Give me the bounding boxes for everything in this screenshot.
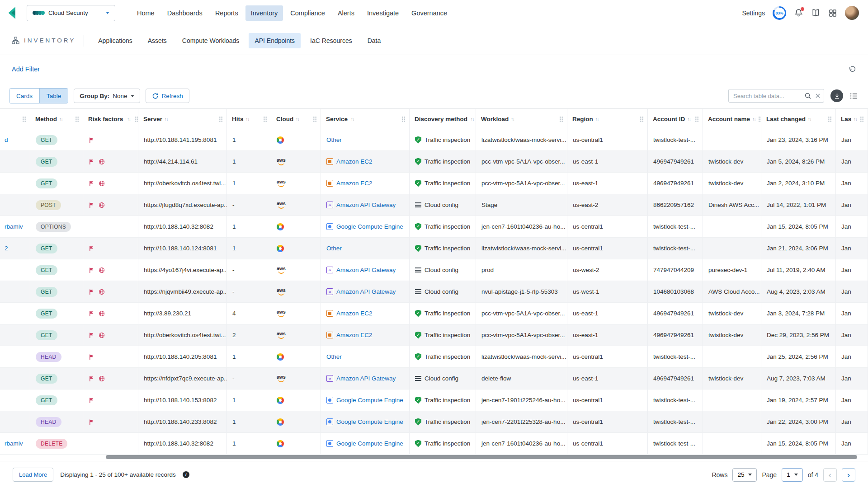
endpoint-path-link[interactable]: rbamlv	[5, 223, 23, 230]
table-row[interactable]: d GET	[0, 129, 868, 151]
sort-icon[interactable]	[296, 117, 299, 122]
reset-filters-icon[interactable]	[849, 66, 856, 73]
risk-internet-exposed-globe-icon[interactable]	[99, 310, 105, 317]
sort-icon[interactable]	[246, 117, 250, 122]
table-row[interactable]: 2 GET	[0, 238, 868, 259]
security-score-ring[interactable]: 83%	[773, 6, 786, 20]
service-link[interactable]: Google Compute Engine	[336, 397, 403, 404]
table-row[interactable]: rbamlv DELETE	[0, 433, 868, 455]
risk-unprotected-flag-icon[interactable]	[89, 159, 94, 165]
col-last-changed[interactable]: Last changed	[761, 109, 836, 129]
col-account-id[interactable]: Account ID	[648, 109, 703, 129]
info-icon[interactable]	[183, 471, 189, 478]
risk-unprotected-flag-icon[interactable]	[89, 354, 94, 360]
service-link[interactable]: Google Compute Engine	[336, 223, 403, 230]
docs-book-icon[interactable]	[811, 8, 821, 18]
drag-handle-icon[interactable]	[75, 116, 79, 122]
risk-unprotected-flag-icon[interactable]	[89, 332, 94, 338]
sort-icon[interactable]	[127, 117, 131, 122]
sort-icon[interactable]	[595, 117, 599, 122]
nav-dashboards[interactable]: Dashboards	[162, 5, 208, 21]
tab-assets[interactable]: Assets	[142, 33, 173, 48]
tab-applications[interactable]: Applications	[92, 33, 138, 48]
settings-link[interactable]: Settings	[742, 9, 765, 17]
drag-handle-icon[interactable]	[758, 116, 761, 122]
col-region[interactable]: Region	[567, 109, 648, 129]
col-workload[interactable]: Workload	[476, 109, 567, 129]
col-hits[interactable]: Hits	[227, 109, 271, 129]
risk-internet-exposed-globe-icon[interactable]	[99, 159, 105, 165]
tab-iac-resources[interactable]: IaC Resources	[304, 33, 358, 48]
risk-unprotected-flag-icon[interactable]	[89, 137, 94, 143]
sort-icon[interactable]	[752, 117, 756, 122]
tab-compute-workloads[interactable]: Compute Workloads	[176, 33, 245, 48]
risk-unprotected-flag-icon[interactable]	[89, 375, 94, 382]
column-settings-button[interactable]	[849, 92, 858, 100]
tab-data[interactable]: Data	[362, 33, 387, 48]
risk-unprotected-flag-icon[interactable]	[89, 397, 94, 404]
user-avatar[interactable]	[845, 6, 859, 20]
drag-handle-icon[interactable]	[135, 116, 138, 122]
endpoint-path-link[interactable]: d	[5, 136, 8, 143]
risk-internet-exposed-globe-icon[interactable]	[99, 375, 105, 382]
app-logo-icon[interactable]	[6, 6, 20, 20]
sort-icon[interactable]	[687, 117, 691, 122]
drag-handle-icon[interactable]	[401, 116, 406, 122]
col-endpoint-path[interactable]	[0, 109, 30, 129]
table-row[interactable]: rbamlv OPTIONS	[0, 216, 868, 238]
drag-handle-icon[interactable]	[695, 116, 699, 122]
table-row[interactable]: GET	[0, 173, 868, 194]
add-filter-button[interactable]: Add Filter	[12, 66, 40, 73]
risk-unprotected-flag-icon[interactable]	[89, 267, 94, 273]
col-method[interactable]: Method	[30, 109, 83, 129]
apps-grid-icon[interactable]	[828, 9, 837, 18]
table-row[interactable]: GET	[0, 151, 868, 173]
notifications-bell-icon[interactable]	[794, 8, 803, 18]
drag-handle-icon[interactable]	[219, 116, 223, 122]
table-row[interactable]: HEAD	[0, 346, 868, 368]
nav-compliance[interactable]: Compliance	[285, 5, 330, 21]
sort-icon[interactable]	[165, 117, 168, 122]
sort-icon[interactable]	[808, 117, 811, 122]
service-link[interactable]: Other	[326, 245, 342, 252]
risk-unprotected-flag-icon[interactable]	[89, 310, 94, 317]
risk-internet-exposed-globe-icon[interactable]	[99, 289, 105, 295]
col-account-name[interactable]: Account name	[703, 109, 761, 129]
col-server[interactable]: Server	[138, 109, 227, 129]
page-select[interactable]: 1	[782, 468, 803, 482]
drag-handle-icon[interactable]	[559, 116, 563, 122]
table-view-button[interactable]: Table	[39, 89, 68, 103]
table-row[interactable]: GET	[0, 259, 868, 281]
nav-inventory[interactable]: Inventory	[245, 5, 283, 21]
cards-view-button[interactable]: Cards	[9, 89, 39, 103]
load-more-button[interactable]: Load More	[13, 468, 53, 482]
refresh-button[interactable]: Refresh	[146, 89, 189, 103]
nav-reports[interactable]: Reports	[210, 5, 244, 21]
service-link[interactable]: Amazon API Gateway	[336, 288, 396, 295]
table-row[interactable]: HEAD	[0, 411, 868, 433]
service-link[interactable]: Other	[326, 353, 342, 360]
next-page-button[interactable]	[842, 468, 855, 482]
table-row[interactable]: GET	[0, 324, 868, 346]
service-link[interactable]: Amazon EC2	[336, 332, 373, 338]
nav-governance[interactable]: Governance	[406, 5, 453, 21]
endpoint-path-link[interactable]: rbamlv	[5, 440, 23, 447]
service-link[interactable]: Amazon EC2	[336, 310, 373, 317]
horizontal-scrollbar[interactable]	[106, 455, 857, 459]
col-discovery-method[interactable]: Discovery method	[410, 109, 476, 129]
sort-icon[interactable]	[59, 117, 63, 122]
risk-internet-exposed-globe-icon[interactable]	[99, 267, 105, 273]
service-link[interactable]: Other	[326, 136, 342, 143]
table-row[interactable]: GET	[0, 281, 868, 303]
service-link[interactable]: Google Compute Engine	[336, 418, 403, 425]
group-by-dropdown[interactable]: Group By: None	[74, 89, 140, 103]
tab-api-endpoints[interactable]: API Endpoints	[249, 33, 301, 48]
risk-internet-exposed-globe-icon[interactable]	[99, 180, 105, 187]
drag-handle-icon[interactable]	[828, 116, 832, 122]
risk-unprotected-flag-icon[interactable]	[89, 245, 94, 252]
col-cloud[interactable]: Cloud	[271, 109, 321, 129]
service-link[interactable]: Amazon EC2	[336, 158, 373, 165]
previous-page-button[interactable]	[823, 468, 837, 482]
table-row[interactable]: GET	[0, 368, 868, 389]
table-row[interactable]: GET	[0, 303, 868, 324]
